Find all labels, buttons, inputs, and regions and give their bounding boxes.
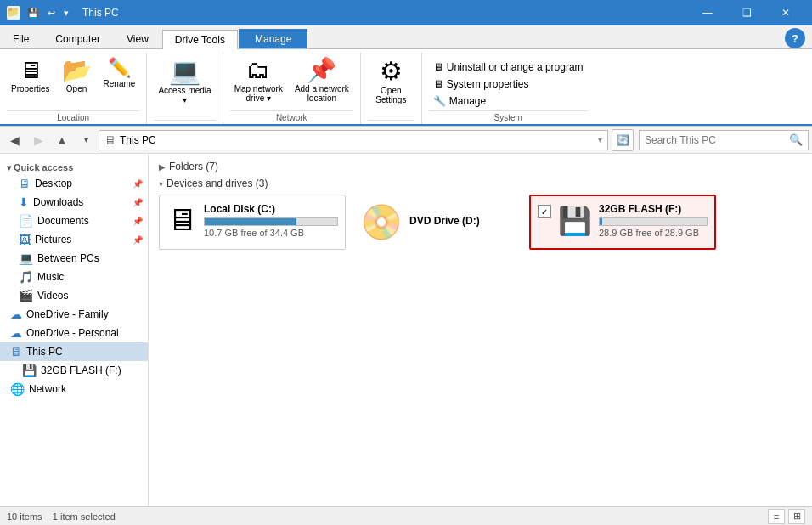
- flash-drive-icon: 💾: [22, 364, 37, 377]
- address-bar-dropdown-icon[interactable]: ▾: [598, 135, 602, 144]
- ribbon: File Computer View Drive Tools Manage ? …: [0, 25, 812, 127]
- network-label: Network: [29, 383, 143, 395]
- manage-icon: 🔧: [433, 95, 446, 107]
- map-network-drive-button[interactable]: 🗂 Map networkdrive ▾: [230, 56, 287, 105]
- sidebar-item-onedrive-family[interactable]: ☁ OneDrive - Family: [0, 305, 148, 324]
- search-icon: 🔍: [789, 133, 803, 146]
- sidebar-item-pictures[interactable]: 🖼 Pictures 📌: [0, 230, 148, 249]
- add-network-label: Add a networklocation: [295, 84, 349, 103]
- map-network-drive-label: Map networkdrive ▾: [234, 84, 283, 103]
- onedrive-family-icon: ☁: [10, 308, 22, 321]
- add-network-icon: 📌: [307, 59, 336, 82]
- sidebar-item-music[interactable]: 🎵 Music: [0, 268, 148, 286]
- quick-access-section[interactable]: ▾ Quick access: [0, 157, 148, 174]
- uninstall-icon: 🖥: [433, 61, 443, 73]
- open-settings-button[interactable]: ⚙ OpenSettings: [368, 56, 414, 107]
- sidebar-item-videos[interactable]: 🎬 Videos: [0, 286, 148, 305]
- forward-button[interactable]: ▶: [27, 129, 49, 151]
- pin-icon-3: 📌: [133, 217, 143, 226]
- rename-button[interactable]: ✏️ Rename: [99, 56, 140, 91]
- open-button[interactable]: 📂 Open: [58, 56, 96, 96]
- pictures-icon: 🖼: [19, 233, 31, 246]
- drive-item-dvd-d[interactable]: 📀 DVD Drive (D:): [352, 195, 522, 250]
- back-button[interactable]: ◀: [3, 129, 25, 151]
- properties-button[interactable]: 🖥 Properties: [7, 56, 54, 96]
- drive-item-local-c[interactable]: 🖥 Local Disk (C:) 10.7 GB free of 34.4 G…: [159, 195, 346, 250]
- manage-button[interactable]: 🔧 Manage: [429, 93, 588, 109]
- music-label: Music: [37, 271, 143, 283]
- between-pcs-label: Between PCs: [37, 252, 143, 264]
- folders-chevron: ▶: [159, 162, 166, 172]
- uninstall-button[interactable]: 🖥 Uninstall or change a program: [429, 59, 588, 75]
- system-properties-label: System properties: [447, 78, 529, 90]
- navigation-bar: ◀ ▶ ▲ ▾ 🖥 This PC ▾ 🔄 🔍: [0, 127, 812, 154]
- tab-computer[interactable]: Computer: [42, 29, 113, 48]
- drive-f-progress-bg: [599, 217, 708, 226]
- tiles-view-button[interactable]: ⊞: [788, 509, 805, 524]
- drive-f-icon: 💾: [558, 205, 592, 237]
- access-media-button[interactable]: 💻 Access media▾: [154, 56, 215, 107]
- drive-f-info: 32GB FLASH (F:) 28.9 GB free of 28.9 GB: [599, 203, 708, 238]
- onedrive-personal-icon: ☁: [10, 326, 22, 340]
- documents-icon: 📄: [19, 214, 33, 228]
- maximize-button[interactable]: ❑: [727, 0, 766, 25]
- drive-c-icon: 🖥: [166, 202, 197, 238]
- access-media-label: Access media▾: [158, 86, 211, 104]
- system-group-label: System: [429, 110, 588, 124]
- drive-item-flash-f[interactable]: ✓ 💾 32GB FLASH (F:) 28.9 GB free of 28.9…: [529, 195, 716, 250]
- access-media-items: 💻 Access media▾: [154, 53, 215, 118]
- sidebar-item-desktop[interactable]: 🖥 Desktop 📌: [0, 174, 148, 193]
- content-area: ▶ Folders (7) ▾ Devices and drives (3) 🖥…: [149, 154, 812, 506]
- quick-access-label: Quick access: [14, 162, 73, 172]
- ribbon-group-access-media: 💻 Access media▾: [147, 53, 223, 124]
- access-media-group-label: [154, 120, 215, 124]
- sidebar-item-flash[interactable]: 💾 32GB FLASH (F:): [0, 361, 148, 380]
- recent-locations-button[interactable]: ▾: [75, 129, 97, 151]
- tab-file[interactable]: File: [0, 29, 42, 48]
- qs-save-icon[interactable]: 💾: [24, 6, 42, 20]
- drive-c-size: 10.7 GB free of 34.4 GB: [204, 228, 338, 238]
- dvd-info: DVD Drive (D:): [409, 215, 480, 229]
- drive-f-checkbox[interactable]: ✓: [538, 205, 551, 218]
- drive-f-size: 28.9 GB free of 28.9 GB: [599, 228, 708, 238]
- add-network-location-button[interactable]: 📌 Add a networklocation: [290, 56, 353, 105]
- sidebar-item-documents[interactable]: 📄 Documents 📌: [0, 212, 148, 230]
- drive-c-row: 🖥 Local Disk (C:) 10.7 GB free of 34.4 G…: [166, 202, 338, 238]
- quick-access-toolbar: 💾 ↩ ▾: [24, 6, 72, 20]
- address-bar[interactable]: 🖥 This PC ▾: [99, 130, 608, 150]
- onedrive-personal-label: OneDrive - Personal: [26, 327, 143, 339]
- sidebar-item-network[interactable]: 🌐 Network: [0, 380, 148, 398]
- up-button[interactable]: ▲: [51, 129, 73, 151]
- sidebar-item-downloads[interactable]: ⬇ Downloads 📌: [0, 193, 148, 212]
- this-pc-label: This PC: [26, 346, 143, 358]
- tab-manage[interactable]: Manage: [239, 29, 307, 48]
- system-properties-button[interactable]: 🖥 System properties: [429, 76, 588, 92]
- qs-undo-icon[interactable]: ↩: [44, 6, 59, 20]
- ribbon-group-network: 🗂 Map networkdrive ▾ 📌 Add a networkloca…: [223, 53, 361, 124]
- refresh-button[interactable]: 🔄: [612, 129, 634, 151]
- settings-icon: ⚙: [380, 59, 403, 84]
- properties-icon: 🖥: [19, 59, 42, 82]
- sidebar-item-between-pcs[interactable]: 💻 Between PCs: [0, 249, 148, 268]
- minimize-button[interactable]: —: [688, 0, 727, 25]
- tab-view[interactable]: View: [114, 29, 161, 48]
- devices-section-header[interactable]: ▾ Devices and drives (3): [159, 178, 802, 189]
- help-button[interactable]: ?: [785, 28, 805, 48]
- ribbon-group-location: 🖥 Properties 📂 Open ✏️ Rename Location: [0, 53, 147, 124]
- rename-label: Rename: [104, 79, 136, 88]
- search-input[interactable]: [645, 134, 789, 146]
- tab-drive-tools[interactable]: Drive Tools: [162, 30, 238, 49]
- desktop-icon: 🖥: [19, 177, 31, 190]
- qs-dropdown-icon[interactable]: ▾: [60, 6, 72, 20]
- network-items: 🗂 Map networkdrive ▾ 📌 Add a networkloca…: [230, 53, 353, 109]
- sidebar-item-onedrive-personal[interactable]: ☁ OneDrive - Personal: [0, 324, 148, 342]
- drive-c-name: Local Disk (C:): [204, 203, 338, 215]
- close-button[interactable]: ✕: [766, 0, 805, 25]
- details-view-button[interactable]: ≡: [768, 509, 785, 524]
- sidebar-item-this-pc[interactable]: 🖥 This PC: [0, 342, 148, 361]
- title-text: This PC: [82, 7, 119, 19]
- folders-section-header[interactable]: ▶ Folders (7): [159, 161, 802, 172]
- folder-icon: 📁: [7, 6, 20, 20]
- items-count: 10 items: [7, 511, 42, 522]
- location-group-label: Location: [7, 110, 139, 124]
